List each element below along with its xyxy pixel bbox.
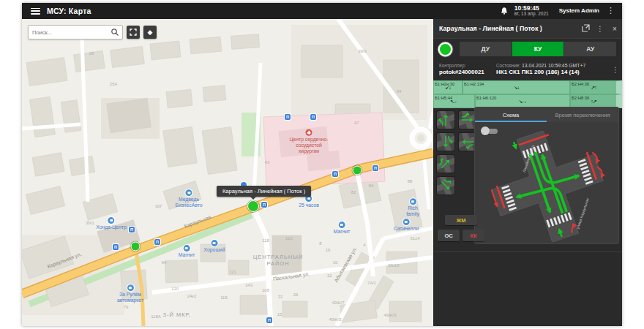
signal-cell-direction-icon: ↖← [450, 99, 458, 105]
intersection-schematic: Линейная улица улица Караульная [478, 131, 617, 242]
zhm-button[interactable]: ЖМ [445, 215, 477, 225]
controller-label: Контроллер: [439, 63, 496, 69]
close-icon[interactable]: × [607, 25, 622, 33]
schema-card-body: Линейная улица улица Караульная [475, 122, 618, 243]
mode-switcher: ДУКУАУ [460, 42, 616, 56]
map-marker-tooltip: Караульная - Линейная ( Поток ) [217, 186, 311, 197]
controller-value: potok#24000021 [439, 69, 496, 76]
parking-icon: П [129, 227, 135, 232]
parking-icon: П [332, 171, 338, 177]
signal-cell: Б2:Н4:36↗↑ [570, 80, 622, 94]
signal-cell-direction-icon: ↗↑ [591, 85, 596, 91]
state-time: 13.04.2021 10:59:45 GMT+7 [522, 63, 585, 68]
hamburger-menu-icon[interactable] [31, 8, 40, 15]
phase-thumbnail-1[interactable] [437, 111, 454, 129]
user-menu-icon[interactable]: ⋮ [605, 6, 616, 15]
mode-row: ДУКУАУ [433, 39, 622, 58]
parking-icon: П [372, 165, 378, 171]
signal-groups-grid: Б1:Н2н:30↙↓Б1:Н2:134↘↓Б2:Н4:36↗↑Б1:Н5:44… [433, 80, 622, 108]
screenshot-stage: МСУ: Карта 10:59:45 вт, 13 апр. 2021 Sys… [0, 0, 644, 329]
app-window: МСУ: Карта 10:59:45 вт, 13 апр. 2021 Sys… [22, 3, 622, 326]
map-toolbar: ◆ [28, 25, 157, 39]
phase-thumbnail-3[interactable] [437, 133, 454, 151]
state-label: Состояние: [496, 63, 520, 68]
fullscreen-button[interactable] [127, 26, 140, 39]
controller-menu-icon[interactable]: ⋮ [609, 66, 622, 74]
signal-cell: Б1:Н5:44↖← [433, 94, 475, 108]
signal-cell-label: Б2:Н8:36 [572, 96, 589, 100]
mode-button-ду[interactable]: ДУ [460, 42, 512, 56]
signal-cell-label: Б1:Н2:134 [464, 82, 484, 86]
intersection-side-panel: Караульная - Линейная ( Поток ) ⋮ × ДУКУ… [433, 19, 622, 326]
tab-active[interactable]: Схема [475, 107, 547, 122]
map-canvas[interactable]: 2825А39/334474330Г39/1848288641181221211… [22, 19, 433, 326]
signal-row: Б1:Н2н:30↙↓Б1:Н2:134↘↓Б2:Н4:36↗↑ [433, 80, 622, 94]
panel-divider [433, 252, 622, 252]
signal-cell: Б1:Н2:134↘↓ [463, 80, 570, 94]
geo-objects-button[interactable]: ◆ [143, 26, 157, 39]
clock-date: вт, 13 апр. 2021 [514, 12, 549, 17]
map-base-layers [22, 19, 433, 326]
user-name: System Admin [559, 7, 599, 14]
tab-inactive[interactable]: Время переключения [547, 107, 618, 122]
phase-thumbnails [437, 111, 478, 206]
signal-cell-direction-icon: ↙↓ [445, 85, 450, 91]
schema-tabs: СхемаВремя переключения [475, 107, 618, 122]
parking-icon: П [261, 202, 267, 208]
open-in-new-icon[interactable] [578, 24, 593, 34]
search-input[interactable] [29, 29, 111, 36]
signal-cell-direction-icon: ↑↗ [591, 99, 596, 105]
state-value: НК1 СК1 ПК1 200 (186) 14 (14) [496, 69, 609, 76]
search-icon[interactable] [111, 28, 119, 37]
parking-icon: П [113, 244, 119, 250]
controller-row: Контроллер: potok#24000021 Состояние: 13… [433, 60, 622, 79]
search-box [28, 25, 123, 39]
parking-icon: П [310, 114, 316, 120]
traffic-light-marker[interactable] [353, 166, 362, 175]
status-circle [440, 44, 451, 55]
kk-button[interactable]: КК [463, 230, 484, 241]
signal-cell-direction-icon: ↘↓ [514, 85, 519, 91]
panel-title: Караульная - Линейная ( Поток ) [433, 25, 578, 32]
traffic-light-marker-selected[interactable] [247, 200, 259, 212]
parking-icon: П [154, 239, 160, 245]
schema-card: СхемаВремя переключения [474, 107, 619, 244]
signal-cell-label: Б1:Н6:120 [476, 96, 496, 100]
panel-header: Караульная - Линейная ( Поток ) ⋮ × [433, 19, 622, 39]
top-bar: МСУ: Карта 10:59:45 вт, 13 апр. 2021 Sys… [22, 3, 622, 19]
parking-icon: П [266, 317, 272, 323]
phase-thumbnail-5[interactable] [437, 155, 454, 173]
mode-button-ку[interactable]: КУ [512, 42, 565, 56]
notifications-bell-icon[interactable] [500, 7, 509, 15]
os-button[interactable]: ОС [438, 230, 460, 241]
clock: 10:59:45 вт, 13 апр. 2021 [514, 5, 549, 17]
schematic-street-bottom-label: улица Караульная [575, 197, 590, 230]
signal-cell: Б1:Н2н:30↙↓ [433, 80, 463, 94]
traffic-light-marker[interactable] [131, 242, 141, 252]
mode-button-ау[interactable]: АУ [564, 42, 616, 56]
app-title: МСУ: Карта [47, 7, 91, 15]
signal-cell-direction-icon: ↘→ [519, 99, 527, 105]
phase-thumbnail-6[interactable] [437, 177, 454, 194]
signal-cell-label: Б2:Н4:36 [572, 82, 589, 86]
parking-icon: П [285, 114, 291, 120]
diamond-icon: ◆ [148, 29, 153, 36]
panel-menu-icon[interactable]: ⋮ [593, 25, 607, 33]
